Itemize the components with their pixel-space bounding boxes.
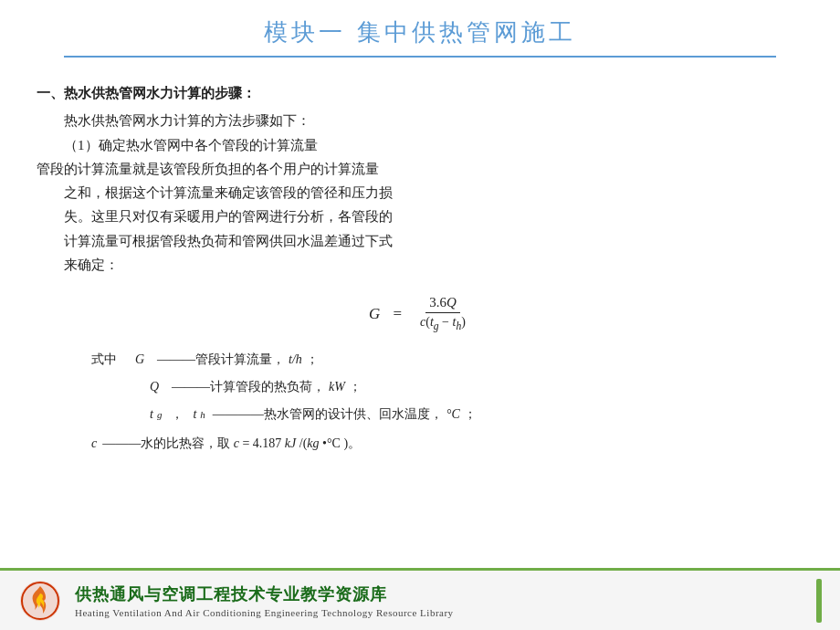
formula-denominator: c(tg − th) (416, 313, 469, 334)
formula-block: G = 3.6Q c(tg − th) (37, 293, 803, 334)
def-G-unit: t/h (289, 347, 302, 373)
def-row-Q: Q ———计算管段的热负荷， kW ； (91, 374, 803, 400)
def-G-dash: ———管段计算流量， (157, 347, 285, 373)
content-line5: 失。这里只对仅有采暖用户的管网进行分析，各管段的 (37, 205, 803, 228)
content-line2: （1）确定热水管网中各个管段的计算流量 (37, 133, 803, 157)
def-Q-semi: ； (349, 374, 362, 400)
def-th-var: t (193, 402, 196, 427)
definitions-block: 式中 G ———管段计算流量， t/h ； Q ———计算管段的热负荷， kW … (37, 347, 803, 457)
def-title-label: 式中 (91, 347, 131, 373)
def-G-var: G (135, 347, 153, 373)
footer-title-cn: 供热通风与空调工程技术专业教学资源库 (75, 583, 454, 605)
page-container: 模块一 集中供热管网施工 一、热水供热管网水力计算的步骤： 热水供热管网水力计算… (0, 0, 840, 630)
footer: 供热通风与空调工程技术专业教学资源库 Heating Ventilation A… (0, 568, 840, 630)
header-divider (64, 56, 776, 58)
formula-fraction: 3.6Q c(tg − th) (416, 293, 469, 334)
main-content: 一、热水供热管网水力计算的步骤： 热水供热管网水力计算的方法步骤如下： （1）确… (0, 67, 840, 568)
def-t-comma: ， (171, 402, 184, 427)
section1-title: 一、热水供热管网水力计算的步骤： (37, 81, 803, 105)
formula-G: G (369, 305, 380, 323)
header: 模块一 集中供热管网施工 (0, 0, 840, 67)
def-Q-unit: kW (329, 374, 345, 400)
def-G-semi: ； (306, 347, 319, 373)
formula-numerator: 3.6Q (425, 293, 460, 313)
def-row-c: c ———水的比热容，取 c = 4.187 kJ /(kg •°C )。 (91, 431, 803, 457)
def-row-G: 式中 G ———管段计算流量， t/h ； (91, 347, 803, 373)
formula-inner: G = 3.6Q c(tg − th) (369, 293, 471, 334)
content-line6: 计算流量可根据管段热负荷和管网供回水温差通过下式 (37, 229, 803, 253)
footer-text-block: 供热通风与空调工程技术专业教学资源库 Heating Ventilation A… (75, 583, 454, 618)
formula-equals: = (393, 305, 402, 323)
def-tg-var: t (150, 402, 153, 427)
def-t-dash: ————热水管网的设计供、回水温度， (213, 402, 443, 427)
content-line4: 之和，根据这个计算流量来确定该管段的管径和压力损 (37, 181, 803, 205)
def-Q-dash: ———计算管段的热负荷， (172, 374, 325, 400)
footer-title-en: Heating Ventilation And Air Conditioning… (75, 607, 454, 618)
def-c-text: ———水的比热容，取 c = 4.187 kJ /(kg •°C )。 (102, 431, 361, 457)
heating-logo-icon (18, 579, 62, 623)
def-t-semi: ； (464, 402, 477, 427)
page-title: 模块一 集中供热管网施工 (37, 16, 803, 48)
def-Q-var: Q (150, 374, 168, 400)
footer-accent-bar (816, 579, 822, 623)
content-line1: 热水供热管网水力计算的方法步骤如下： (37, 109, 803, 132)
def-row-t: tg ， th ————热水管网的设计供、回水温度， °C ； (91, 402, 803, 427)
content-line7: 来确定： (37, 253, 803, 277)
def-c-var: c (91, 431, 97, 457)
def-t-unit: °C (446, 402, 460, 427)
content-line3: 管段的计算流量就是该管段所负担的各个用户的计算流量 (37, 157, 803, 181)
